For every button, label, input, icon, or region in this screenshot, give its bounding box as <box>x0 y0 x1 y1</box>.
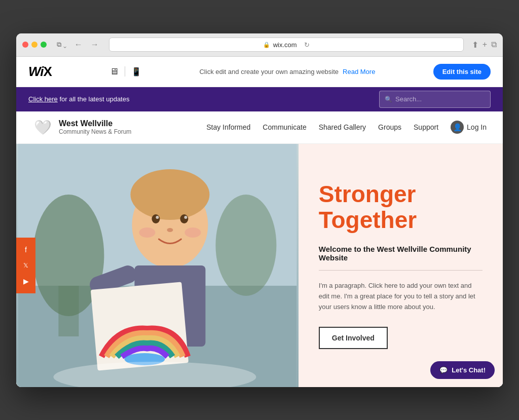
edit-site-button[interactable]: Edit this site <box>433 64 491 80</box>
announcement-bar: Click here for all the latest updates 🔍 <box>16 87 503 111</box>
svg-point-6 <box>130 169 209 220</box>
search-box[interactable]: 🔍 <box>379 91 491 108</box>
heart-icon: 🤍 <box>34 119 52 136</box>
social-sidebar: f 𝕏 ▶ <box>16 238 35 293</box>
svg-point-13 <box>184 227 201 238</box>
address-bar[interactable]: 🔒 wix.com ↻ <box>109 37 464 52</box>
twitter-icon[interactable]: 𝕏 <box>16 258 35 273</box>
new-tab-icon[interactable]: + <box>483 40 487 50</box>
nav-stay-informed[interactable]: Stay Informed <box>206 123 250 131</box>
wix-editor-bar: WiX 🖥 📱 Click edit and create your own a… <box>16 57 503 87</box>
nav-groups[interactable]: Groups <box>378 123 401 131</box>
hero-paragraph: I'm a paragraph. Click here to add your … <box>319 281 483 312</box>
maximize-dot[interactable] <box>41 42 47 48</box>
forward-button[interactable]: → <box>89 39 101 50</box>
hero-section: f 𝕏 ▶ Stronger Together Welcome to the W… <box>16 144 503 387</box>
hero-image <box>16 144 299 387</box>
svg-point-8 <box>180 214 188 223</box>
nav-communicate[interactable]: Communicate <box>263 123 306 131</box>
login-button[interactable]: 👤 Log In <box>451 121 487 134</box>
close-dot[interactable] <box>22 42 28 48</box>
website-content: WiX 🖥 📱 Click edit and create your own a… <box>16 57 503 387</box>
promo-label: Click edit and create your own amazing w… <box>199 68 339 75</box>
hero-content-panel: Stronger Together Welcome to the West We… <box>299 144 503 387</box>
svg-point-10 <box>184 216 187 219</box>
nav-support[interactable]: Support <box>414 123 438 131</box>
site-navigation: 🤍 West Wellville Community News & Forum … <box>16 111 503 144</box>
youtube-icon[interactable]: ▶ <box>16 273 35 289</box>
svg-point-7 <box>152 214 160 223</box>
facebook-icon[interactable]: f <box>16 242 35 258</box>
hero-divider <box>319 270 483 271</box>
tabs-icon[interactable]: ⧉ <box>491 40 497 50</box>
brand-logo: 🤍 <box>32 117 53 137</box>
url-text: wix.com <box>273 41 297 49</box>
share-icon[interactable]: ⬆ <box>472 40 478 50</box>
wix-promo-text: Click edit and create your own amazing w… <box>199 68 375 75</box>
svg-point-9 <box>156 216 159 219</box>
nav-shared-gallery[interactable]: Shared Gallery <box>319 123 366 131</box>
get-involved-button[interactable]: Get Involved <box>319 327 388 349</box>
site-brand: 🤍 West Wellville Community News & Forum <box>32 117 131 137</box>
user-icon: 👤 <box>451 121 464 134</box>
nav-links: Stay Informed Communicate Shared Gallery… <box>206 121 487 134</box>
tab-icon[interactable]: ⧉ ⌄ <box>55 40 68 50</box>
hero-illustration <box>16 144 299 387</box>
read-more-link[interactable]: Read More <box>343 68 375 75</box>
browser-window-controls <box>22 42 47 48</box>
hero-image-container: f 𝕏 ▶ <box>16 144 299 387</box>
svg-point-12 <box>139 227 155 238</box>
search-icon: 🔍 <box>385 96 392 103</box>
announcement-link[interactable]: Click here <box>28 95 58 103</box>
svg-rect-4 <box>58 286 79 336</box>
hero-title-line2: Together <box>319 207 417 233</box>
search-input[interactable] <box>395 95 485 103</box>
back-button[interactable]: ← <box>72 39 85 50</box>
chat-label: Let's Chat! <box>452 366 486 374</box>
chat-button[interactable]: 💬 Let's Chat! <box>430 361 495 379</box>
desktop-view-icon[interactable]: 🖥 <box>109 66 119 77</box>
lock-icon: 🔒 <box>263 42 270 48</box>
minimize-dot[interactable] <box>31 42 38 48</box>
browser-action-icons: ⬆ + ⧉ <box>472 40 497 50</box>
login-label: Log In <box>467 123 487 131</box>
mobile-view-icon[interactable]: 📱 <box>131 67 141 77</box>
svg-point-3 <box>215 195 276 296</box>
brand-name: West Wellville <box>59 119 131 128</box>
announcement-text: Click here for all the latest updates <box>28 95 129 103</box>
brand-text: West Wellville Community News & Forum <box>59 119 131 135</box>
reload-icon[interactable]: ↻ <box>304 41 310 49</box>
browser-titlebar: ⧉ ⌄ ← → 🔒 wix.com ↻ ⬆ + ⧉ <box>16 33 503 57</box>
hero-title-line1: Stronger <box>319 181 416 207</box>
hero-subtitle: Welcome to the West Wellville Community … <box>319 245 483 262</box>
wix-logo: WiX <box>28 64 52 80</box>
hero-title: Stronger Together <box>319 181 483 233</box>
device-view-switcher: 🖥 📱 <box>109 66 141 77</box>
device-divider <box>125 66 125 77</box>
svg-point-11 <box>167 228 173 232</box>
brand-subtitle: Community News & Forum <box>59 128 131 135</box>
chat-icon: 💬 <box>439 366 448 374</box>
